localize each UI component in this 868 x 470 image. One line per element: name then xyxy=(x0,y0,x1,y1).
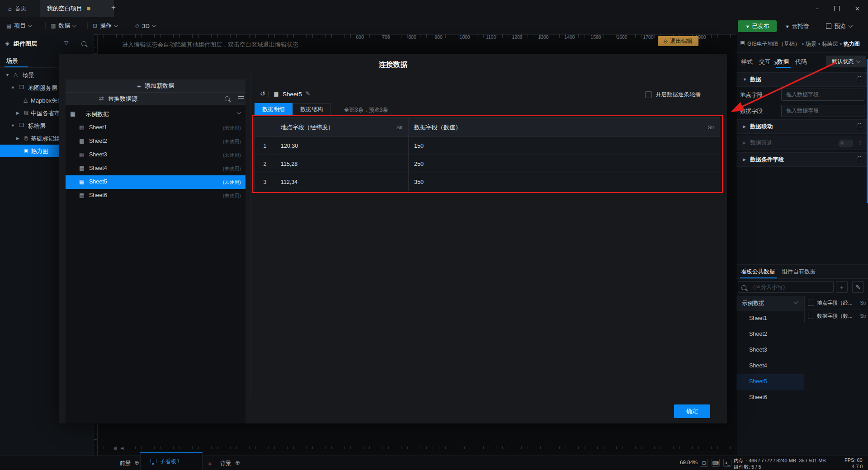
caret-down-icon[interactable]: ▼ xyxy=(11,123,15,128)
breadcrumb-layer[interactable]: 标绘层 xyxy=(822,41,838,47)
panel-sheet-item[interactable]: Sheet3 xyxy=(736,343,804,358)
zoom-level[interactable]: 69.84% xyxy=(680,460,698,465)
edit-data-button[interactable]: ✎ xyxy=(852,281,864,293)
foreground-label[interactable]: 前景 xyxy=(120,460,131,467)
breadcrumb-root[interactable]: GIS电子地图（基础） xyxy=(747,41,800,47)
fit-screen-button[interactable]: ⊡ xyxy=(700,459,708,467)
guides-icon[interactable]: ≡ xyxy=(114,446,117,451)
table-row: 3 112,34 350 xyxy=(255,173,720,191)
data-search-input[interactable] xyxy=(738,281,834,293)
checkbox-icon[interactable] xyxy=(645,91,652,98)
menu-data[interactable]: ▥ 数据 xyxy=(51,21,76,30)
caret-right-icon[interactable]: ▶ xyxy=(16,136,19,141)
lock-icon[interactable] xyxy=(857,158,862,162)
ruler-horizontal xyxy=(97,34,736,38)
search-icon[interactable] xyxy=(81,41,86,46)
console-button[interactable]: >_ xyxy=(723,459,731,467)
checkbox-icon[interactable] xyxy=(808,300,814,306)
paper-plane-icon: ➤ xyxy=(784,23,790,30)
preview-button[interactable]: 预览 xyxy=(816,20,863,32)
replace-source-row: ⇄ 替换数据源 xyxy=(66,92,245,105)
caret-right-icon[interactable]: ▶ xyxy=(16,111,19,115)
field-item-location[interactable]: 地点字段（经... Str xyxy=(804,296,868,310)
sheet-group-example-data[interactable]: ▦ 示例数据 xyxy=(66,108,245,120)
panel-sheet-item-selected[interactable]: Sheet5 xyxy=(736,374,804,390)
kebab-menu-icon[interactable]: ⋮ xyxy=(857,139,863,146)
close-icon[interactable]: ✕ xyxy=(774,59,779,67)
tab-public-data[interactable]: 看板公共数据 xyxy=(741,268,775,276)
table-row: 2 115,28 250 xyxy=(255,155,720,173)
section-condition[interactable]: ▶ 数据条件字段 xyxy=(736,152,868,167)
section-data[interactable]: ▼ 数据 xyxy=(736,72,868,87)
value-field-dropzone[interactable]: 拖入数据字段 xyxy=(781,105,864,117)
connect-data-modal: 连接数据 ✕ + 添加新数据 ⇄ 替换数据源 ▦ 示例数据 xyxy=(59,54,727,423)
tab-project[interactable]: 我的空白项目 xyxy=(40,0,114,17)
add-board-button[interactable]: + xyxy=(208,460,212,467)
subboard-label: 子看板1 xyxy=(160,458,179,465)
menu-project[interactable]: ▤ 项目 xyxy=(6,21,32,30)
subboard-tab[interactable]: 子看板1 xyxy=(140,452,203,470)
new-tab-button[interactable]: + xyxy=(111,3,116,12)
panel-sheet-item[interactable]: Sheet4 xyxy=(736,358,804,374)
published-button[interactable]: ➤ 已发布 xyxy=(738,20,777,32)
keyboard-shortcuts-button[interactable]: ⌨ xyxy=(712,459,720,467)
field-item-value[interactable]: 数据字段（数... Str xyxy=(804,310,868,323)
lock-icon[interactable] xyxy=(857,125,862,129)
checkbox-icon[interactable] xyxy=(808,313,814,319)
menu-actions[interactable]: ⊞ 操作 xyxy=(93,21,118,30)
filter-icon[interactable]: ▽ xyxy=(64,40,68,46)
state-dropdown[interactable]: 默认状态 xyxy=(826,56,866,67)
tab-data-structure[interactable]: 数据结构 xyxy=(292,103,330,116)
filter-toggle[interactable] xyxy=(839,140,853,147)
confirm-button[interactable]: 确定 xyxy=(674,404,710,418)
tab-own-data[interactable]: 组件自有数据 xyxy=(782,268,816,276)
table-header-location: 地点字段（经纬度）Str xyxy=(275,118,409,137)
section-filter[interactable]: ▶ 数据筛选 ⋮ xyxy=(736,136,868,150)
panel-sheet-item[interactable]: Sheet6 xyxy=(736,390,804,406)
sheet-item[interactable]: ▦ Sheet3(未使用) xyxy=(66,148,245,162)
edit-icon[interactable]: ✎ xyxy=(306,90,310,97)
caret-down-icon[interactable]: ▼ xyxy=(5,73,9,77)
tab-style[interactable]: 样式 xyxy=(741,58,753,66)
menu-project-label: 项目 xyxy=(14,22,26,30)
sheet-item[interactable]: ▦ Sheet4(未使用) xyxy=(66,162,245,175)
lock-icon[interactable] xyxy=(857,78,862,82)
panel-sheet-item[interactable]: Sheet1 xyxy=(736,311,804,327)
sliders-icon[interactable] xyxy=(238,96,244,101)
panel-sheet-item[interactable]: Sheet2 xyxy=(736,327,804,343)
tab-code[interactable]: 代码 xyxy=(795,58,807,66)
replace-source-button[interactable]: 替换数据源 xyxy=(108,95,137,103)
exit-edit-button[interactable]: ⎆ 退出编辑 xyxy=(658,36,698,46)
minimize-button[interactable]: − xyxy=(816,5,819,12)
caret-down-icon[interactable]: ▼ xyxy=(11,85,15,90)
sheet-item[interactable]: ▦ Sheet1(未使用) xyxy=(66,121,245,135)
snap-icon[interactable]: ⊟ xyxy=(120,446,124,451)
add-new-data-button[interactable]: + 添加新数据 xyxy=(66,80,245,93)
sheet-item[interactable]: ▦ Sheet2(未使用) xyxy=(66,135,245,148)
back-icon[interactable]: ↺ xyxy=(260,90,265,97)
component-icon: ▣ xyxy=(740,40,745,46)
breadcrumb-scene[interactable]: 场景 xyxy=(806,41,816,47)
add-background-icon[interactable]: ⊕ xyxy=(235,459,240,466)
sheet-item[interactable]: ▦ Sheet6(未使用) xyxy=(66,189,245,202)
tab-interact[interactable]: 交互 xyxy=(759,58,771,66)
table-icon: ▦ xyxy=(79,124,84,131)
menu-3d[interactable]: ◇ 3D xyxy=(135,21,156,30)
tab-scene[interactable]: 场景 xyxy=(6,57,18,65)
tab-data-detail[interactable]: 数据明细 xyxy=(255,103,292,116)
location-field-dropzone[interactable]: 拖入数据字段 xyxy=(781,89,864,101)
tab-project-label: 我的空白项目 xyxy=(47,5,82,13)
search-icon[interactable] xyxy=(225,96,230,101)
data-table: 地点字段（经纬度）Str 数据字段（数值）Str 1 120,30 150 2 … xyxy=(255,118,720,191)
maximize-button[interactable] xyxy=(834,6,840,11)
close-button[interactable]: ✕ xyxy=(855,5,860,12)
add-foreground-icon[interactable]: ⊕ xyxy=(134,459,139,466)
autoplay-checkbox-row[interactable]: 开启数据逐条轮播 xyxy=(645,91,701,99)
sheet-item-selected[interactable]: ▦ Sheet5(未使用) xyxy=(66,175,245,189)
add-data-button[interactable]: + xyxy=(836,281,848,293)
cloud-hosting-button[interactable]: ➤ 云托管 xyxy=(780,20,814,32)
background-label[interactable]: 背景 xyxy=(220,460,231,467)
dataset-dropdown[interactable]: 示例数据 xyxy=(736,296,804,311)
section-filter-label: 数据筛选 xyxy=(750,139,773,147)
section-linkage[interactable]: ▶ 数据联动 xyxy=(736,119,868,134)
